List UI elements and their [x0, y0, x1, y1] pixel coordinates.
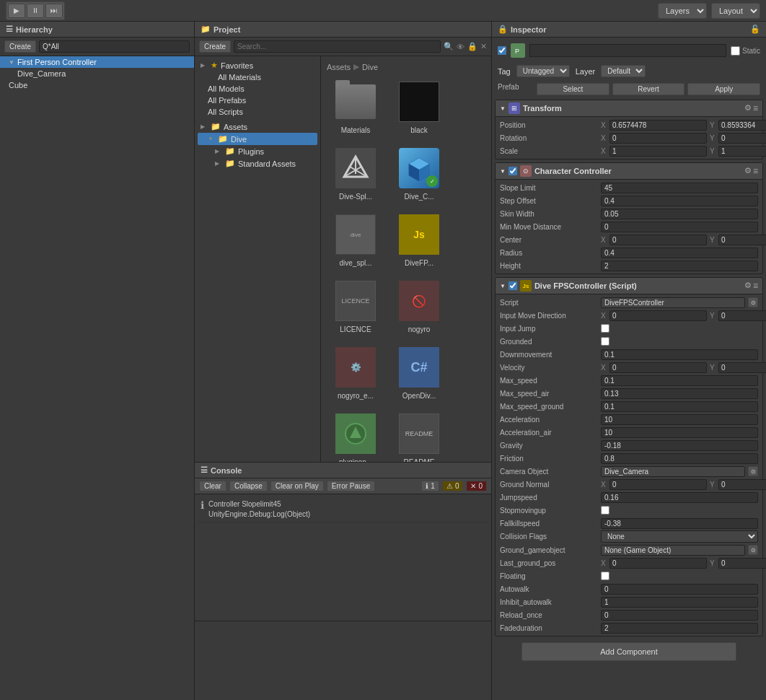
all-models-item[interactable]: All Models — [198, 83, 317, 95]
jumpspeed-input[interactable] — [601, 492, 758, 503]
hierarchy-item-dive-camera[interactable]: Dive_Camera — [0, 68, 194, 79]
min-move-distance-input[interactable] — [601, 222, 758, 232]
acceleration-air-input[interactable] — [601, 427, 758, 438]
fps-controller-enabled[interactable] — [509, 281, 517, 290]
acceleration-input[interactable] — [601, 414, 758, 425]
assets-tree-item[interactable]: ▶ 📁 Assets — [198, 121, 317, 133]
all-materials-item[interactable]: All Materials — [198, 71, 317, 83]
apply-button[interactable]: Apply — [687, 83, 760, 95]
all-prefabs-item[interactable]: All Prefabs — [198, 95, 317, 106]
asset-materials[interactable]: Materials — [327, 77, 384, 138]
step-button[interactable]: ⏭ — [45, 4, 63, 18]
position-x-input[interactable] — [609, 120, 707, 131]
asset-opendiv[interactable]: C# OpenDiv... — [390, 343, 448, 403]
max-speed-air-input[interactable] — [601, 388, 758, 399]
ref-picker-button[interactable]: ⊙ — [748, 466, 758, 476]
select-button[interactable]: Select — [537, 83, 609, 95]
character-controller-enabled[interactable] — [509, 167, 517, 175]
downmovement-input[interactable] — [601, 349, 758, 360]
reload-once-input[interactable] — [601, 610, 758, 621]
asset-licence[interactable]: LICENCE LICENCE — [327, 276, 384, 337]
inhibit-autowalk-input[interactable] — [601, 597, 758, 608]
dive-fps-controller-header[interactable]: ▼ Js Dive FPSController (Script) ⚙ ≡ — [496, 278, 762, 294]
hierarchy-item-first-person-controller[interactable]: ▼ First Person Controller — [0, 56, 194, 68]
grounded-checkbox[interactable] — [601, 337, 609, 346]
standard-assets-item[interactable]: ▶ 📁 Standard Assets — [198, 157, 317, 170]
scale-x-input[interactable] — [609, 146, 707, 157]
console-message[interactable]: ℹ Controller Slopelimit45UnityEngine.Deb… — [198, 497, 488, 522]
hierarchy-item-cube[interactable]: Cube — [0, 79, 194, 91]
vel-x-input[interactable] — [609, 362, 707, 373]
asset-divefp[interactable]: Js DiveFP... — [390, 210, 448, 271]
imd-x-input[interactable] — [609, 310, 707, 321]
asset-nogyro[interactable]: 🚫 nogyro — [390, 276, 448, 337]
static-checkbox[interactable] — [731, 46, 740, 56]
lgp-y-input[interactable] — [718, 558, 766, 569]
layout-dropdown[interactable]: Layout — [711, 3, 760, 19]
collision-flags-select[interactable]: None — [601, 530, 758, 543]
ground-gameobject-input[interactable] — [601, 545, 745, 556]
floating-checkbox[interactable] — [601, 572, 609, 580]
add-component-button[interactable]: Add Component — [521, 642, 736, 661]
center-y-input[interactable] — [718, 235, 766, 245]
revert-button[interactable]: Revert — [612, 83, 685, 95]
center-x-input[interactable] — [609, 235, 707, 245]
radius-input[interactable] — [601, 248, 758, 258]
asset-dive-splash[interactable]: dive dive_spl... — [327, 210, 384, 271]
camera-object-input[interactable] — [601, 466, 745, 477]
asset-pluginon[interactable]: pluginon... — [327, 409, 384, 462]
stopmovingup-checkbox[interactable] — [601, 506, 609, 515]
vel-y-input[interactable] — [718, 362, 766, 373]
object-active-checkbox[interactable] — [498, 46, 506, 55]
height-input[interactable] — [601, 261, 758, 271]
dive-folder-item[interactable]: ▼ 📁 Dive — [198, 133, 317, 145]
fallkillspeed-input[interactable] — [601, 518, 758, 529]
layer-select[interactable]: Default — [601, 65, 646, 77]
asset-dive-c[interactable]: ✓ Dive_C... — [390, 144, 448, 204]
transform-header[interactable]: ▼ ⊞ Transform ⚙ ≡ — [496, 100, 762, 117]
asset-dive-spl[interactable]: Dive-Spl... — [327, 144, 384, 204]
asset-readme[interactable]: README README — [390, 409, 448, 462]
asset-nogyro-e[interactable]: ⚙️ nogyro_e... — [327, 343, 384, 403]
rotation-x-input[interactable] — [609, 133, 707, 144]
object-name-input[interactable]: First Person Controller — [529, 44, 726, 57]
scale-y-input[interactable] — [718, 146, 766, 157]
step-offset-input[interactable] — [601, 196, 758, 206]
error-pause-button[interactable]: Error Pause — [327, 481, 375, 491]
slope-limit-input[interactable] — [601, 183, 758, 193]
favorites-tree-item[interactable]: ▶ ★ Favorites — [198, 59, 317, 71]
script-input[interactable] — [601, 297, 745, 308]
rotation-y-input[interactable] — [718, 133, 766, 144]
position-y-input[interactable] — [718, 120, 766, 131]
fadeduration-input[interactable] — [601, 623, 758, 634]
friction-input[interactable] — [601, 453, 758, 464]
gn-x-input[interactable] — [609, 479, 707, 490]
project-search-input[interactable] — [234, 40, 441, 53]
pause-button[interactable]: ⏸ — [27, 4, 44, 18]
imd-y-input[interactable] — [718, 310, 766, 321]
input-jump-checkbox[interactable] — [601, 324, 609, 333]
character-controller-header[interactable]: ▼ ⊙ Character Controller ⚙ ≡ — [496, 163, 762, 180]
project-create-button[interactable]: Create — [199, 40, 231, 53]
hierarchy-create-button[interactable]: Create — [4, 40, 36, 53]
breadcrumb-assets[interactable]: Assets — [327, 63, 351, 71]
component-menu-button[interactable]: ⚙ ≡ — [744, 103, 758, 113]
asset-black[interactable]: black — [390, 77, 448, 138]
play-button[interactable]: ▶ — [8, 4, 25, 18]
skin-width-input[interactable] — [601, 209, 758, 219]
gn-y-input[interactable] — [718, 479, 766, 490]
ref-picker-button[interactable]: ⊙ — [748, 297, 758, 307]
lock-toggle-icon[interactable]: 🔓 — [750, 25, 760, 34]
max-speed-input[interactable] — [601, 375, 758, 386]
breadcrumb-dive[interactable]: Dive — [362, 63, 378, 71]
plugins-item[interactable]: ▶ 📁 Plugins — [198, 145, 317, 157]
component-menu-button[interactable]: ⚙ ≡ — [744, 281, 758, 291]
component-menu-button[interactable]: ⚙ ≡ — [744, 166, 758, 176]
collapse-button[interactable]: Collapse — [229, 481, 268, 491]
all-scripts-item[interactable]: All Scripts — [198, 106, 317, 118]
clear-on-play-button[interactable]: Clear on Play — [270, 481, 324, 491]
lgp-x-input[interactable] — [609, 558, 707, 569]
hierarchy-search-input[interactable] — [39, 40, 190, 53]
autowalk-input[interactable] — [601, 584, 758, 595]
clear-button[interactable]: Clear — [199, 481, 226, 491]
